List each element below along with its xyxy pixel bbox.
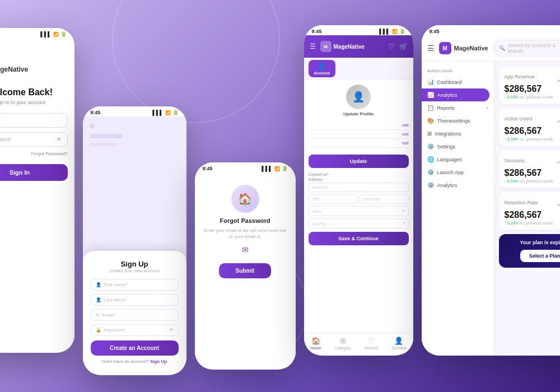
battery-icon-2: 🔋 [172, 110, 179, 115]
update-button[interactable]: Update [309, 155, 409, 168]
stat-sessions-value: $286,567 [505, 168, 561, 178]
admin-section-label: Admin tools [422, 66, 494, 76]
select-plan-button[interactable]: Select a Plan [520, 250, 560, 262]
integrations-icon: ⊞ [427, 130, 432, 137]
dont-have-account: Don't have an account? Sign Up [91, 359, 179, 364]
launch-icon: ⚙️ [427, 169, 434, 175]
profile-avatar: 👤 [346, 85, 371, 109]
eye-icon-2[interactable]: 👁 [169, 328, 174, 333]
sidebar-item-themesettings[interactable]: 🎨 Themesettings [422, 114, 494, 127]
phone-forgot: 9:45 ▌▌▌ 📶 🔋 🏠 Forgot Password Enter you… [195, 162, 296, 370]
account-nav-icon[interactable]: 👤 [318, 62, 326, 70]
email-field[interactable]: ✉ Email* [0, 113, 68, 128]
eye-icon[interactable]: 👁 [57, 137, 62, 142]
address-label: Address [309, 178, 409, 181]
stat-retention-label: Retention Rate [505, 200, 538, 206]
stat-sessions-label: Sessions [505, 158, 525, 164]
sidebar-item-settings[interactable]: ⚙️ Settings [422, 140, 494, 153]
admin-sidebar: Admin tools 📊 Dashboard 📈 Analytics 📋 Re… [422, 62, 494, 356]
profile-screen: ☰ M MageNative ♡ 🛒 👤 Account [304, 35, 413, 353]
email-icon-2: ✉ [96, 312, 100, 318]
forgot-email-icon: ✉ [202, 245, 289, 254]
address-field[interactable]: Address* [309, 183, 409, 192]
signup-email-field[interactable]: ✉ Email* [91, 309, 179, 321]
submit-button[interactable]: Submit [219, 263, 272, 278]
retention-chart [557, 197, 561, 210]
save-continue-button[interactable]: Save & Continue [309, 232, 409, 245]
admin-search-bar[interactable]: 🔍 Search by products & brands [493, 40, 560, 57]
reports-icon: 📋 [427, 105, 434, 111]
admin-hamburger-icon[interactable]: ☰ [427, 44, 435, 53]
sidebar-item-languages[interactable]: 🌐 Languages [422, 153, 494, 166]
status-icons-profile: ▌▌▌ 📶 🔋 [379, 29, 405, 34]
signal-icon-4: ▌▌▌ [379, 29, 390, 34]
stat-card-users: Active Users $286,567 ↑ 8.34% Vs. previo… [499, 108, 561, 146]
admin-search-icon: 🔍 [499, 45, 505, 51]
nav-wishlist[interactable]: ♡ Wishlist [365, 337, 378, 350]
time-signup: 9:45 [91, 110, 101, 115]
profile-logo-text: MageNative [334, 44, 365, 50]
analytics-label-2: Analytics [437, 183, 458, 188]
stat-revenue-value: $286,567 [505, 84, 561, 94]
stat-card-sessions: Sessions $286,567 ↑ 8.34% Vs. previous m… [499, 150, 561, 188]
cart-icon[interactable]: 🛒 [399, 43, 408, 50]
heart-icon[interactable]: ♡ [389, 43, 395, 50]
signup-password-field[interactable]: 🔒 Password* 👁 [91, 324, 179, 336]
nav-category-label: Category [335, 346, 351, 350]
pin-field[interactable]: Pin Code [360, 194, 409, 204]
launch-label: Launch App [437, 170, 464, 175]
status-icons-signup: ▌▌▌ 📶 🔋 [152, 110, 178, 115]
stat-sessions-change: ↑ 8.34% Vs. previous month [505, 179, 561, 183]
forgot-title: Forgot Password [202, 217, 289, 224]
account-nav-label: Account [314, 71, 330, 75]
time-admin: 9:45 [430, 29, 440, 34]
settings-icon: ⚙️ [427, 143, 434, 150]
last-name-field[interactable]: 👤 Last Name* [91, 294, 179, 306]
login-subtitle: Sign In to your account [0, 100, 68, 105]
stat-card-revenue: App Revenue $286,567 ↑ 8.34% Vs. previou… [499, 66, 561, 104]
theme-label: Themesettings [437, 118, 470, 124]
nav-category[interactable]: ⊞ Category [335, 337, 351, 350]
sidebar-item-analytics[interactable]: 📈 Analytics [422, 88, 489, 101]
first-name-field[interactable]: 👤 First Name* [91, 279, 179, 291]
edit-link-1[interactable]: edit [402, 123, 408, 127]
sign-up-link[interactable]: Sign Up [150, 359, 167, 364]
country-select[interactable]: Country ▾ [309, 218, 409, 228]
sidebar-item-integrations[interactable]: ⊞ Integrations [422, 127, 494, 140]
status-bar-login: 9:45 ▌▌▌ 📶 🔋 [0, 28, 74, 38]
signup-subtitle: Create your new account [91, 268, 179, 273]
forgot-password-link[interactable]: Forgot Password? [0, 151, 68, 156]
create-account-button[interactable]: Create an Account [91, 340, 179, 356]
stat-users-change: ↑ 8.34% Vs. previous month [505, 137, 561, 141]
stat-users-label: Active Users [505, 116, 533, 122]
stat-card-retention: Retention Rate $286,567 ↑ 8.34% Vs. prev… [499, 192, 561, 230]
settings-label: Settings [437, 144, 456, 150]
chevron-down-icon-2: ▾ [403, 221, 405, 226]
admin-logo-mark: M [439, 42, 451, 54]
analytics-icon-2: ⚙️ [427, 182, 434, 188]
sidebar-item-reports[interactable]: 📋 Reports › [422, 101, 494, 114]
wifi-icon-4: 📶 [392, 29, 398, 34]
city-field[interactable]: City [309, 194, 358, 204]
sidebar-item-dashboard[interactable]: 📊 Dashboard [422, 76, 494, 88]
edit-link-3[interactable]: edit [402, 141, 408, 145]
sidebar-item-launch-app[interactable]: ⚙️ Launch App [422, 166, 494, 179]
stat-retention-change: ↑ 8.34% Vs. previous month [505, 221, 561, 225]
nav-home[interactable]: 🏠 Home [311, 337, 321, 350]
password-field[interactable]: 🔒 Password* 👁 [0, 132, 68, 147]
email-placeholder: Email* [0, 118, 1, 123]
state-select[interactable]: State ▾ [309, 206, 409, 216]
wishlist-icon: ♡ [368, 337, 375, 345]
login-title: Welcome Back! [0, 87, 68, 97]
stat-sessions-row: Sessions [505, 155, 561, 168]
edit-link-2[interactable]: edit [402, 132, 408, 136]
status-bar-profile: 9:45 ▌▌▌ 📶 🔋 [304, 25, 413, 35]
sidebar-item-analytics-2[interactable]: ⚙️ Analytics [422, 179, 494, 192]
battery-icon-4: 🔋 [399, 29, 405, 34]
nav-account[interactable]: 👤 Account [392, 337, 406, 350]
stat-revenue-change: ↑ 8.34% Vs. previous month [505, 95, 561, 99]
battery-icon-3: 🔋 [282, 166, 288, 171]
hamburger-icon[interactable]: ☰ [310, 43, 316, 50]
signin-button[interactable]: Sign In [0, 164, 68, 181]
password-placeholder: Password* [0, 137, 53, 142]
